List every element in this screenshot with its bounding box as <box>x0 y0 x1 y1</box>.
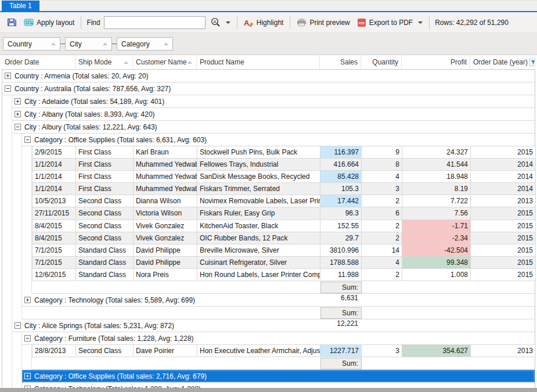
cell-customer[interactable]: Victoria Wilson <box>134 207 197 220</box>
table-row[interactable]: 1/1/2014First ClassMuhammed YedwabFellow… <box>2 159 535 171</box>
group-row-content[interactable]: City : Adelaide (Total sales: 54,189, Av… <box>12 95 535 108</box>
cell-customer[interactable]: Dianna Wilson <box>134 195 197 207</box>
apply-layout-button[interactable]: Apply layout <box>20 16 78 29</box>
cell-product[interactable]: Novimex Removable Labels, Laser Printer <box>197 195 320 207</box>
cell-date[interactable]: 1/1/2014 <box>32 159 76 171</box>
column-header-date[interactable]: Order Date <box>2 55 75 69</box>
cell-date[interactable]: 8/4/2015 <box>32 220 76 232</box>
cell-profit[interactable]: 354.627 <box>402 345 471 357</box>
find-options-button[interactable]: A <box>207 15 234 30</box>
expand-icon[interactable] <box>24 297 31 303</box>
cell-qty[interactable]: 2 <box>362 269 402 281</box>
table-row[interactable]: 8/4/2015Second ClassVivek GonzalezKitche… <box>2 220 535 232</box>
cell-sales[interactable]: 29.7 <box>320 232 362 244</box>
cell-sales[interactable]: 1227.717 <box>320 345 362 357</box>
cell-date[interactable]: 28/8/2013 <box>32 345 76 357</box>
cell-date[interactable]: 7/1/2015 <box>32 257 76 269</box>
cell-profit[interactable]: 24.327 <box>402 146 471 159</box>
group-row[interactable]: Category : Furniture (Total sales: 1,228… <box>2 332 535 345</box>
cell-product[interactable]: OIC Rubber Bands, 12 Pack <box>197 232 320 244</box>
tab-table-1[interactable]: Table 1 <box>2 1 39 11</box>
cell-date[interactable]: 27/11/2015 <box>32 207 76 220</box>
cell-profit[interactable]: -42.504 <box>402 244 471 257</box>
group-row[interactable]: Country : Australia (Total sales: 787,65… <box>2 82 535 95</box>
expand-icon[interactable] <box>24 373 31 379</box>
cell-customer[interactable]: Karl Braun <box>134 146 197 159</box>
cell-year[interactable]: 2013 <box>471 195 536 207</box>
table-row[interactable]: 10/5/2013Second ClassDianna WilsonNovime… <box>2 195 535 207</box>
cell-profit[interactable]: -2.34 <box>402 232 471 244</box>
cell-sales[interactable]: 1788.588 <box>320 257 362 269</box>
cell-product[interactable]: Cuisinart Refrigerator, Silver <box>197 257 320 269</box>
cell-qty[interactable]: 4 <box>362 257 402 269</box>
cell-profit[interactable]: 99.348 <box>402 257 471 269</box>
group-row-content[interactable]: Category : Office Supplies (Total sales:… <box>22 134 535 146</box>
cell-date[interactable]: 7/1/2015 <box>32 244 76 257</box>
group-row-content[interactable]: Country : Armenia (Total sales: 20, Avg:… <box>2 70 535 82</box>
cell-sales[interactable]: 96.3 <box>320 207 362 220</box>
table-row[interactable]: 28/8/2013Second ClassDave PoirierHon Exe… <box>2 345 535 357</box>
print-preview-button[interactable]: Print preview <box>293 16 353 29</box>
horizontal-scrollbar[interactable] <box>0 388 537 392</box>
find-input[interactable] <box>104 16 206 29</box>
cell-customer[interactable]: Muhammed Yedwab <box>134 159 197 171</box>
cell-date[interactable]: 10/5/2013 <box>32 195 76 207</box>
cell-date[interactable]: 2/9/2015 <box>32 146 76 159</box>
collapse-icon[interactable] <box>15 322 21 329</box>
cell-sales[interactable]: 416.664 <box>320 159 362 171</box>
cell-profit[interactable]: 7.56 <box>402 207 471 220</box>
group-row[interactable]: City : Albany (Total sales: 8,393, Avg: … <box>2 108 535 121</box>
cell-profit[interactable]: 1.008 <box>402 269 471 281</box>
group-row[interactable]: City : Albury (Total sales: 12,221, Avg:… <box>2 121 535 134</box>
cell-qty[interactable]: 14 <box>362 244 402 257</box>
cell-year[interactable]: 2013 <box>471 345 536 357</box>
save-button[interactable] <box>3 15 20 30</box>
cell-date[interactable]: 1/1/2014 <box>32 171 76 183</box>
group-row[interactable]: Category : Office Supplies (Total sales:… <box>2 134 535 146</box>
cell-ship[interactable]: Standard Class <box>76 269 134 281</box>
collapse-icon[interactable] <box>24 335 31 341</box>
cell-profit[interactable]: 7.722 <box>402 195 471 207</box>
table-row[interactable]: 1/1/2014First ClassMuhammed YedwabSanDis… <box>2 171 535 183</box>
cell-profit[interactable]: 8.19 <box>402 183 471 195</box>
group-row-content[interactable]: City : Albury (Total sales: 12,221, Avg:… <box>12 121 535 134</box>
cell-year[interactable]: 2015 <box>471 220 536 232</box>
cell-year[interactable]: 2015 <box>471 232 536 244</box>
cell-ship[interactable]: First Class <box>76 146 134 159</box>
group-row-content[interactable]: City : Alice Springs (Total sales: 5,231… <box>12 319 535 332</box>
cell-product[interactable]: Fiskars Trimmer, Serrated <box>197 183 320 195</box>
cell-customer[interactable]: Vivek Gonzalez <box>134 232 197 244</box>
group-row[interactable]: City : Adelaide (Total sales: 54,189, Av… <box>2 95 535 108</box>
cell-customer[interactable]: Dave Poirier <box>134 345 197 357</box>
cell-customer[interactable]: Nora Preis <box>134 269 197 281</box>
cell-profit[interactable]: 41.544 <box>402 159 471 171</box>
cell-date[interactable]: 12/6/2015 <box>32 269 76 281</box>
cell-date[interactable]: 1/1/2014 <box>32 183 76 195</box>
cell-sales[interactable]: 17.442 <box>320 195 362 207</box>
cell-ship[interactable]: Second Class <box>76 207 134 220</box>
highlight-button[interactable]: A Highlight <box>240 16 287 30</box>
cell-sales[interactable]: 85.428 <box>320 171 362 183</box>
cell-ship[interactable]: First Class <box>76 159 134 171</box>
column-header-profit[interactable]: Profit <box>402 55 470 69</box>
cell-year[interactable]: 2015 <box>471 244 536 257</box>
group-row-content[interactable]: Category : Furniture (Total sales: 1,228… <box>22 332 535 345</box>
table-row[interactable]: 7/1/2015Standard ClassDavid PhilippeCuis… <box>2 257 535 269</box>
cell-product[interactable]: KitchenAid Toaster, Black <box>197 220 320 232</box>
cell-ship[interactable]: Second Class <box>76 220 134 232</box>
cell-sales[interactable]: 105.3 <box>320 183 362 195</box>
cell-qty[interactable]: 9 <box>362 146 402 159</box>
collapse-icon[interactable] <box>15 124 21 130</box>
filter-icon[interactable] <box>529 59 535 66</box>
cell-customer[interactable]: Vivek Gonzalez <box>134 220 197 232</box>
column-header-product[interactable]: Product Name <box>197 55 320 69</box>
group-row[interactable]: City : Alice Springs (Total sales: 5,231… <box>2 319 535 332</box>
cell-product[interactable]: Fellowes Trays, Industrial <box>197 159 320 171</box>
group-row-content[interactable]: Category : Technology (Total sales: 5,58… <box>22 294 535 307</box>
cell-product[interactable]: Fiskars Ruler, Easy Grip <box>197 207 320 220</box>
cell-product[interactable]: Hon Executive Leather Armchair, Adjust <box>197 345 320 357</box>
expand-icon[interactable] <box>15 111 21 117</box>
table-row[interactable]: 12/6/2015Standard ClassNora PreisHon Rou… <box>2 269 535 281</box>
cell-customer[interactable]: David Philippe <box>134 257 197 269</box>
cell-sales[interactable]: 116.397 <box>320 146 362 159</box>
